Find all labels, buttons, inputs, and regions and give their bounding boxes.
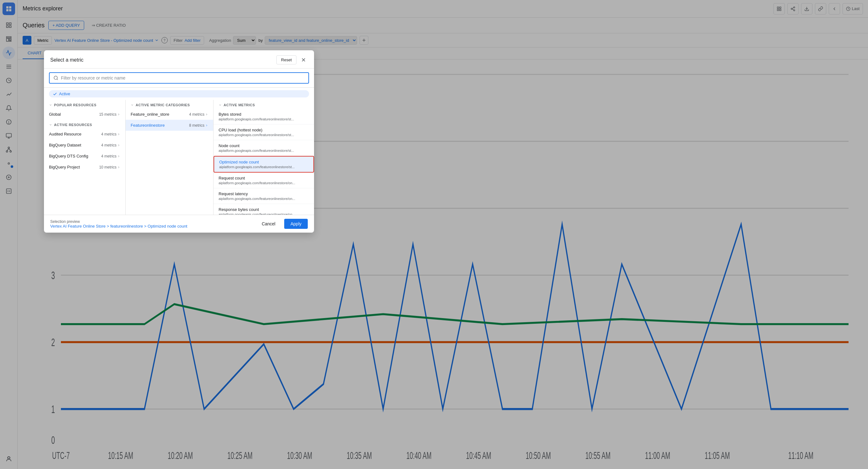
svg-point-71 xyxy=(54,76,58,80)
modal-body: POPULAR RESOURCES Global 15 metrics ACTI… xyxy=(44,100,314,215)
col-metrics: ACTIVE METRICS Bytes stored aiplatform.g… xyxy=(214,100,314,215)
metric-path-cpu-load: aiplatform.googleapis.com/featureonlines… xyxy=(219,133,309,137)
modal-search xyxy=(44,68,314,88)
metric-modal: Select a metric Reset ✕ Active xyxy=(44,50,314,233)
resource-count-global: 15 metrics xyxy=(99,112,120,117)
resource-name-bq-dataset: BigQuery Dataset xyxy=(49,143,81,147)
active-chip-label: Active xyxy=(59,91,70,96)
category-name-1: Feature_online_store xyxy=(131,112,169,117)
resource-count-bq-dataset: 4 metrics xyxy=(101,143,120,147)
cancel-button[interactable]: Cancel xyxy=(255,219,282,229)
metric-path-node-count: aiplatform.googleapis.com/featureonlines… xyxy=(219,149,309,152)
search-input-wrap xyxy=(49,72,309,84)
metric-item-request-latency[interactable]: Request latency aiplatform.googleapis.co… xyxy=(214,188,314,204)
resource-count-audited: 4 metrics xyxy=(101,132,120,137)
metric-path-request-count: aiplatform.googleapis.com/featureonlines… xyxy=(219,181,309,185)
category-item-feature-online-store[interactable]: Feature_online_store 4 metrics xyxy=(126,109,213,120)
modal-overlay: Select a metric Reset ✕ Active xyxy=(18,0,868,469)
resource-name-global: Global xyxy=(49,112,61,117)
categories-label: ACTIVE METRIC CATEGORIES xyxy=(136,103,190,107)
modal-header: Select a metric Reset ✕ xyxy=(44,50,314,68)
selection-preview: Selection preview Vertex AI Feature Onli… xyxy=(50,219,187,229)
resource-count-bq-project: 10 metrics xyxy=(99,165,120,170)
category-count-2: 8 metrics xyxy=(189,123,208,128)
metric-item-cpu-load[interactable]: CPU load (hottest node) aiplatform.googl… xyxy=(214,124,314,140)
metric-item-bytes-stored[interactable]: Bytes stored aiplatform.googleapis.com/f… xyxy=(214,109,314,124)
apply-button[interactable]: Apply xyxy=(284,219,308,229)
footer-actions: Cancel Apply xyxy=(255,219,308,229)
metric-item-node-count[interactable]: Node count aiplatform.googleapis.com/fea… xyxy=(214,140,314,156)
metric-path-response-bytes: aiplatform.googleapis.com/featureonlines… xyxy=(219,212,309,215)
col-resources: POPULAR RESOURCES Global 15 metrics ACTI… xyxy=(44,100,126,215)
col-categories: ACTIVE METRIC CATEGORIES Feature_online_… xyxy=(126,100,214,215)
resource-item-global[interactable]: Global 15 metrics xyxy=(44,109,125,120)
resource-count-bq-dts: 4 metrics xyxy=(101,154,120,158)
main-content: Metrics explorer Last Queries xyxy=(18,0,868,469)
category-item-featureonlinestore[interactable]: Featureonlinestore 8 metrics xyxy=(126,120,213,131)
svg-line-72 xyxy=(57,79,58,80)
metric-item-response-bytes[interactable]: Response bytes count aiplatform.googleap… xyxy=(214,204,314,215)
modal-footer: Selection preview Vertex AI Feature Onli… xyxy=(44,215,314,233)
close-button[interactable]: ✕ xyxy=(299,56,308,64)
resource-item-bigquery-project[interactable]: BigQuery Project 10 metrics xyxy=(44,162,125,173)
resource-name-audited: Audited Resource xyxy=(49,132,81,137)
metric-name-request-latency: Request latency xyxy=(219,192,309,196)
resource-item-audited[interactable]: Audited Resource 4 metrics xyxy=(44,128,125,140)
metric-name-cpu-load: CPU load (hottest node) xyxy=(219,128,309,133)
modal-title: Select a metric xyxy=(50,57,84,63)
metric-name-request-count: Request count xyxy=(219,176,309,180)
resource-name-bq-project: BigQuery Project xyxy=(49,165,80,170)
metric-path-bytes-stored: aiplatform.googleapis.com/featureonlines… xyxy=(219,117,309,121)
metric-path-request-latency: aiplatform.googleapis.com/featureonlines… xyxy=(219,197,309,201)
metric-name-response-bytes: Response bytes count xyxy=(219,207,309,212)
reset-button[interactable]: Reset xyxy=(276,55,297,64)
modal-header-actions: Reset ✕ xyxy=(276,55,308,64)
metric-name-bytes-stored: Bytes stored xyxy=(219,112,309,117)
resource-name-bq-dts: BigQuery DTS Config xyxy=(49,154,88,158)
metric-item-request-count[interactable]: Request count aiplatform.googleapis.com/… xyxy=(214,173,314,188)
metric-name-optimized: Optimized node count xyxy=(219,160,308,165)
metrics-header: ACTIVE METRICS xyxy=(214,100,314,109)
search-input[interactable] xyxy=(61,76,305,81)
checkmark-icon xyxy=(53,92,57,96)
selection-preview-text: Vertex AI Feature Online Store > feature… xyxy=(50,224,187,229)
categories-header: ACTIVE METRIC CATEGORIES xyxy=(126,100,213,109)
resource-item-bigquery-dts[interactable]: BigQuery DTS Config 4 metrics xyxy=(44,151,125,162)
metric-item-optimized-node-count[interactable]: Optimized node count aiplatform.googleap… xyxy=(214,156,314,173)
active-resources-label: ACTIVE RESOURCES xyxy=(54,123,92,127)
active-resources-header: ACTIVE RESOURCES xyxy=(44,120,125,128)
selection-preview-label: Selection preview xyxy=(50,219,187,224)
metric-name-node-count: Node count xyxy=(219,143,309,148)
popular-resources-header: POPULAR RESOURCES xyxy=(44,100,125,109)
metric-path-optimized: aiplatform.googleapis.com/featureonlines… xyxy=(219,165,308,169)
search-icon xyxy=(53,76,58,81)
category-name-2: Featureonlinestore xyxy=(131,123,164,128)
category-count-1: 4 metrics xyxy=(189,112,208,117)
metrics-label: ACTIVE METRICS xyxy=(224,103,255,107)
active-chip[interactable]: Active xyxy=(49,90,309,97)
popular-resources-label: POPULAR RESOURCES xyxy=(54,103,96,107)
resource-item-bigquery-dataset[interactable]: BigQuery Dataset 4 metrics xyxy=(44,140,125,151)
